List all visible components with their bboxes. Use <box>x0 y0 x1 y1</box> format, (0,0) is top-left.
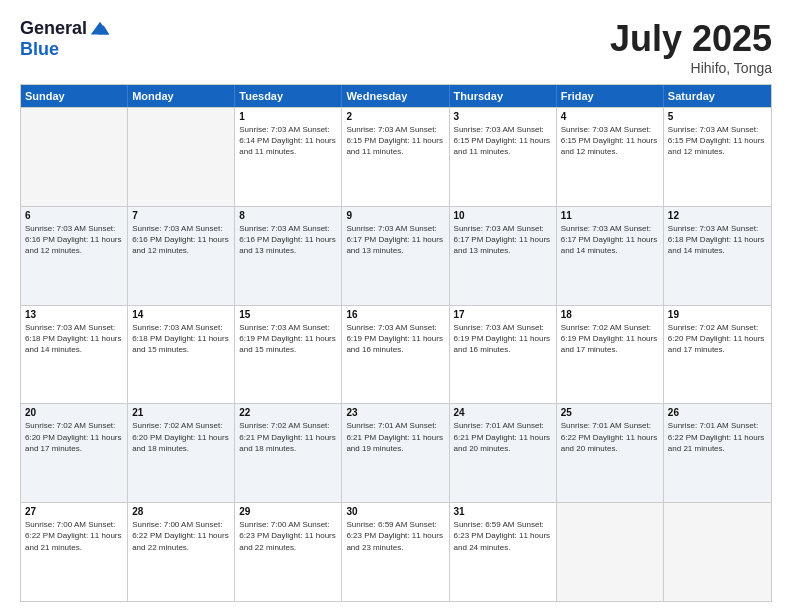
calendar-cell: 16Sunrise: 7:03 AM Sunset: 6:19 PM Dayli… <box>342 306 449 404</box>
day-number: 14 <box>132 309 230 320</box>
day-number: 23 <box>346 407 444 418</box>
cell-info: Sunrise: 7:03 AM Sunset: 6:15 PM Dayligh… <box>668 124 767 158</box>
calendar-cell: 8Sunrise: 7:03 AM Sunset: 6:16 PM Daylig… <box>235 207 342 305</box>
cell-info: Sunrise: 7:03 AM Sunset: 6:17 PM Dayligh… <box>454 223 552 257</box>
calendar-cell: 19Sunrise: 7:02 AM Sunset: 6:20 PM Dayli… <box>664 306 771 404</box>
cell-info: Sunrise: 7:03 AM Sunset: 6:16 PM Dayligh… <box>239 223 337 257</box>
header-friday: Friday <box>557 85 664 107</box>
day-number: 30 <box>346 506 444 517</box>
cell-info: Sunrise: 7:01 AM Sunset: 6:21 PM Dayligh… <box>346 420 444 454</box>
calendar-cell: 27Sunrise: 7:00 AM Sunset: 6:22 PM Dayli… <box>21 503 128 601</box>
logo-icon <box>89 18 111 40</box>
calendar: Sunday Monday Tuesday Wednesday Thursday… <box>20 84 772 602</box>
cell-info: Sunrise: 7:03 AM Sunset: 6:19 PM Dayligh… <box>454 322 552 356</box>
cell-info: Sunrise: 7:00 AM Sunset: 6:23 PM Dayligh… <box>239 519 337 553</box>
calendar-cell <box>664 503 771 601</box>
day-number: 27 <box>25 506 123 517</box>
day-number: 2 <box>346 111 444 122</box>
calendar-cell: 9Sunrise: 7:03 AM Sunset: 6:17 PM Daylig… <box>342 207 449 305</box>
calendar-cell: 14Sunrise: 7:03 AM Sunset: 6:18 PM Dayli… <box>128 306 235 404</box>
header-thursday: Thursday <box>450 85 557 107</box>
calendar-cell <box>128 108 235 206</box>
calendar-cell: 1Sunrise: 7:03 AM Sunset: 6:14 PM Daylig… <box>235 108 342 206</box>
calendar-cell: 12Sunrise: 7:03 AM Sunset: 6:18 PM Dayli… <box>664 207 771 305</box>
cell-info: Sunrise: 7:03 AM Sunset: 6:15 PM Dayligh… <box>454 124 552 158</box>
calendar-cell: 13Sunrise: 7:03 AM Sunset: 6:18 PM Dayli… <box>21 306 128 404</box>
cell-info: Sunrise: 7:03 AM Sunset: 6:17 PM Dayligh… <box>561 223 659 257</box>
cell-info: Sunrise: 7:02 AM Sunset: 6:21 PM Dayligh… <box>239 420 337 454</box>
cell-info: Sunrise: 7:01 AM Sunset: 6:21 PM Dayligh… <box>454 420 552 454</box>
header-tuesday: Tuesday <box>235 85 342 107</box>
day-number: 26 <box>668 407 767 418</box>
title-block: July 2025 Hihifo, Tonga <box>610 18 772 76</box>
calendar-cell: 20Sunrise: 7:02 AM Sunset: 6:20 PM Dayli… <box>21 404 128 502</box>
month-title: July 2025 <box>610 18 772 60</box>
calendar-cell: 29Sunrise: 7:00 AM Sunset: 6:23 PM Dayli… <box>235 503 342 601</box>
cell-info: Sunrise: 7:03 AM Sunset: 6:14 PM Dayligh… <box>239 124 337 158</box>
calendar-cell: 10Sunrise: 7:03 AM Sunset: 6:17 PM Dayli… <box>450 207 557 305</box>
day-number: 9 <box>346 210 444 221</box>
logo: General Blue <box>20 18 111 60</box>
cell-info: Sunrise: 7:01 AM Sunset: 6:22 PM Dayligh… <box>668 420 767 454</box>
logo-text-general: General <box>20 19 87 39</box>
cell-info: Sunrise: 7:03 AM Sunset: 6:18 PM Dayligh… <box>668 223 767 257</box>
day-number: 7 <box>132 210 230 221</box>
day-number: 6 <box>25 210 123 221</box>
day-number: 15 <box>239 309 337 320</box>
cell-info: Sunrise: 7:02 AM Sunset: 6:20 PM Dayligh… <box>25 420 123 454</box>
week-row-3: 13Sunrise: 7:03 AM Sunset: 6:18 PM Dayli… <box>21 305 771 404</box>
cell-info: Sunrise: 7:03 AM Sunset: 6:18 PM Dayligh… <box>132 322 230 356</box>
calendar-cell: 5Sunrise: 7:03 AM Sunset: 6:15 PM Daylig… <box>664 108 771 206</box>
calendar-cell: 2Sunrise: 7:03 AM Sunset: 6:15 PM Daylig… <box>342 108 449 206</box>
page: General Blue July 2025 Hihifo, Tonga Sun… <box>0 0 792 612</box>
calendar-cell: 30Sunrise: 6:59 AM Sunset: 6:23 PM Dayli… <box>342 503 449 601</box>
calendar-cell: 22Sunrise: 7:02 AM Sunset: 6:21 PM Dayli… <box>235 404 342 502</box>
day-number: 4 <box>561 111 659 122</box>
header-saturday: Saturday <box>664 85 771 107</box>
day-number: 3 <box>454 111 552 122</box>
day-number: 28 <box>132 506 230 517</box>
day-number: 25 <box>561 407 659 418</box>
calendar-cell: 23Sunrise: 7:01 AM Sunset: 6:21 PM Dayli… <box>342 404 449 502</box>
day-number: 13 <box>25 309 123 320</box>
cell-info: Sunrise: 7:02 AM Sunset: 6:20 PM Dayligh… <box>668 322 767 356</box>
cell-info: Sunrise: 7:02 AM Sunset: 6:20 PM Dayligh… <box>132 420 230 454</box>
cell-info: Sunrise: 7:03 AM Sunset: 6:15 PM Dayligh… <box>346 124 444 158</box>
calendar-cell: 3Sunrise: 7:03 AM Sunset: 6:15 PM Daylig… <box>450 108 557 206</box>
logo-text-blue: Blue <box>20 39 59 59</box>
day-number: 12 <box>668 210 767 221</box>
calendar-cell: 15Sunrise: 7:03 AM Sunset: 6:19 PM Dayli… <box>235 306 342 404</box>
day-number: 8 <box>239 210 337 221</box>
day-number: 20 <box>25 407 123 418</box>
calendar-cell: 6Sunrise: 7:03 AM Sunset: 6:16 PM Daylig… <box>21 207 128 305</box>
calendar-body: 1Sunrise: 7:03 AM Sunset: 6:14 PM Daylig… <box>21 107 771 601</box>
header-sunday: Sunday <box>21 85 128 107</box>
day-number: 24 <box>454 407 552 418</box>
week-row-2: 6Sunrise: 7:03 AM Sunset: 6:16 PM Daylig… <box>21 206 771 305</box>
cell-info: Sunrise: 6:59 AM Sunset: 6:23 PM Dayligh… <box>346 519 444 553</box>
cell-info: Sunrise: 6:59 AM Sunset: 6:23 PM Dayligh… <box>454 519 552 553</box>
location: Hihifo, Tonga <box>610 60 772 76</box>
cell-info: Sunrise: 7:03 AM Sunset: 6:19 PM Dayligh… <box>239 322 337 356</box>
day-number: 10 <box>454 210 552 221</box>
day-number: 19 <box>668 309 767 320</box>
calendar-header: Sunday Monday Tuesday Wednesday Thursday… <box>21 85 771 107</box>
day-number: 21 <box>132 407 230 418</box>
day-number: 5 <box>668 111 767 122</box>
calendar-cell: 31Sunrise: 6:59 AM Sunset: 6:23 PM Dayli… <box>450 503 557 601</box>
day-number: 16 <box>346 309 444 320</box>
cell-info: Sunrise: 7:02 AM Sunset: 6:19 PM Dayligh… <box>561 322 659 356</box>
week-row-4: 20Sunrise: 7:02 AM Sunset: 6:20 PM Dayli… <box>21 403 771 502</box>
cell-info: Sunrise: 7:00 AM Sunset: 6:22 PM Dayligh… <box>132 519 230 553</box>
cell-info: Sunrise: 7:03 AM Sunset: 6:15 PM Dayligh… <box>561 124 659 158</box>
calendar-cell <box>21 108 128 206</box>
calendar-cell: 18Sunrise: 7:02 AM Sunset: 6:19 PM Dayli… <box>557 306 664 404</box>
day-number: 31 <box>454 506 552 517</box>
cell-info: Sunrise: 7:03 AM Sunset: 6:16 PM Dayligh… <box>132 223 230 257</box>
cell-info: Sunrise: 7:01 AM Sunset: 6:22 PM Dayligh… <box>561 420 659 454</box>
calendar-cell: 28Sunrise: 7:00 AM Sunset: 6:22 PM Dayli… <box>128 503 235 601</box>
day-number: 29 <box>239 506 337 517</box>
day-number: 1 <box>239 111 337 122</box>
calendar-cell: 25Sunrise: 7:01 AM Sunset: 6:22 PM Dayli… <box>557 404 664 502</box>
week-row-5: 27Sunrise: 7:00 AM Sunset: 6:22 PM Dayli… <box>21 502 771 601</box>
